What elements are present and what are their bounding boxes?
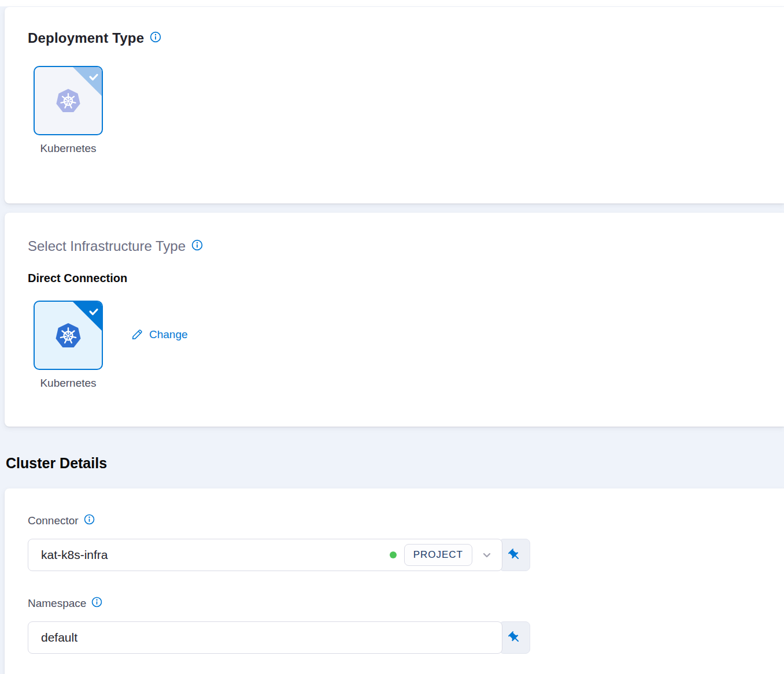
- deployment-type-card-label: Kubernetes: [40, 142, 96, 155]
- kubernetes-icon: [55, 87, 82, 114]
- connector-field[interactable]: PROJECT: [28, 539, 502, 571]
- connector-scope-badge: PROJECT: [404, 544, 472, 566]
- infrastructure-title: Select Infrastructure Type: [28, 238, 186, 254]
- infrastructure-card-label: Kubernetes: [40, 377, 96, 390]
- namespace-pin-button[interactable]: [499, 621, 530, 654]
- infrastructure-panel: Select Infrastructure Type Direct Connec…: [5, 213, 784, 427]
- info-icon[interactable]: [84, 514, 95, 527]
- info-icon[interactable]: [191, 239, 203, 253]
- info-icon[interactable]: [150, 31, 161, 45]
- cluster-details-panel: Connector PROJECT: [5, 488, 784, 674]
- info-icon[interactable]: [91, 597, 102, 610]
- deployment-type-title: Deployment Type: [28, 30, 144, 46]
- top-divider-strip: [0, 0, 784, 6]
- direct-connection-label: Direct Connection: [28, 272, 784, 285]
- cluster-details-heading: Cluster Details: [6, 455, 107, 472]
- deployment-type-card-kubernetes[interactable]: [34, 66, 103, 135]
- change-label: Change: [149, 328, 188, 341]
- infrastructure-card-kubernetes[interactable]: [34, 301, 103, 370]
- namespace-label: Namespace: [28, 597, 86, 610]
- change-button[interactable]: Change: [131, 328, 188, 341]
- kubernetes-icon: [54, 321, 82, 349]
- namespace-input[interactable]: [40, 630, 494, 645]
- check-icon: [87, 71, 100, 83]
- namespace-field[interactable]: [28, 621, 502, 654]
- check-icon: [87, 305, 100, 318]
- connector-input[interactable]: [40, 547, 390, 562]
- pencil-icon: [131, 328, 143, 341]
- chevron-down-icon[interactable]: [480, 548, 494, 562]
- deployment-type-panel: Deployment Type: [5, 7, 784, 203]
- pin-icon: [505, 628, 524, 647]
- connector-status-dot: [390, 551, 397, 558]
- connector-pin-button[interactable]: [499, 539, 530, 571]
- connector-label: Connector: [28, 514, 79, 527]
- pin-icon: [505, 545, 524, 565]
